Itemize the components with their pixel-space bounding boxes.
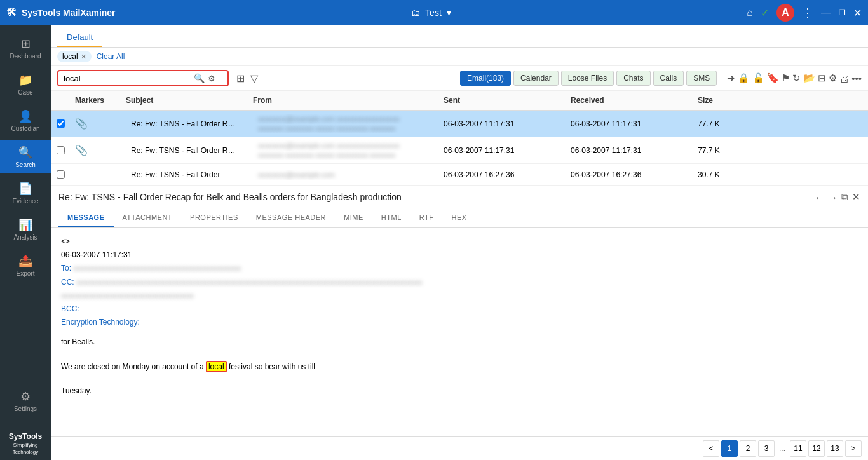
tab-default[interactable]: Default [57, 29, 102, 47]
row-sent: 06-03-2007 16:27:36 [438, 169, 566, 180]
print-icon[interactable]: 🖨 [839, 73, 849, 84]
row-checkbox[interactable] [51, 169, 70, 180]
preview-tab-rtf[interactable]: RTF [410, 208, 443, 227]
preview-tab-mime[interactable]: MIME [335, 208, 372, 227]
sidebar-label-case: Case [18, 89, 32, 96]
page-button-13[interactable]: 13 [827, 440, 843, 457]
email-tab-chats[interactable]: Chats [616, 71, 650, 86]
email-preview: Re: Fw: TSNS - Fall Order Recap for Belk… [51, 186, 868, 460]
clear-all-button[interactable]: Clear All [97, 52, 125, 61]
preview-tab-hex[interactable]: HEX [442, 208, 475, 227]
sidebar: ⊞ Dashboard 📁 Case 👤 Custodian 🔍 Search … [0, 25, 51, 460]
sidebar-item-custodian[interactable]: 👤 Custodian [0, 104, 51, 137]
email-tab-calls[interactable]: Calls [653, 71, 684, 86]
forward-icon[interactable]: ➜ [727, 72, 735, 84]
sidebar-label-evidence: Evidence [12, 198, 38, 205]
cc-value: xxxxxxxxxxxxxxxxxxxxxxxxxxxxxxxxxxxxxxxx… [76, 278, 423, 286]
filter-bar: local ✕ Clear All [51, 48, 868, 66]
settings-icon: ⚙ [20, 389, 31, 403]
bookmark-icon[interactable]: 🔖 [767, 72, 779, 84]
page-button-11[interactable]: 11 [790, 440, 806, 457]
encryption-label: Encryption Technology: [61, 318, 140, 327]
preview-tab-message[interactable]: MESSAGE [58, 208, 114, 227]
email-tab-loosefiles[interactable]: Loose Files [561, 71, 614, 86]
more-menu-icon[interactable]: ⋮ [802, 6, 813, 20]
sidebar-item-case[interactable]: 📁 Case [0, 68, 51, 101]
maximize-icon[interactable]: ❐ [839, 8, 846, 17]
filter-chip-local[interactable]: local ✕ [57, 51, 92, 62]
email-tab-sms[interactable]: SMS [686, 71, 717, 86]
row-checkbox[interactable] [51, 145, 70, 156]
preview-tab-properties[interactable]: PROPERTIES [181, 208, 247, 227]
custodian-icon: 👤 [18, 109, 32, 123]
preview-tab-message-header[interactable]: MESSAGE HEADER [247, 208, 335, 227]
refresh-icon[interactable]: ↻ [792, 72, 801, 84]
filter-icon[interactable]: ▽ [249, 71, 259, 86]
sidebar-item-search[interactable]: 🔍 Search [0, 140, 51, 173]
sidebar-label-export: Export [17, 270, 35, 277]
row-received: 06-03-2007 11:17:31 [566, 145, 693, 156]
preview-back-icon[interactable]: ← [815, 192, 824, 203]
body-line-2: We are closed on Monday on account of a … [61, 361, 858, 373]
table-row[interactable]: Re: Fw: TSNS - Fall Order xxxxxxxx@examp… [51, 164, 868, 186]
row-checkbox[interactable] [51, 118, 70, 129]
sidebar-label-search: Search [15, 161, 36, 168]
search-input-wrapper[interactable]: 🔍 ⚙ [57, 70, 229, 86]
search-toolbar-icons: ⊞ ▽ [235, 71, 259, 86]
search-submit-icon[interactable]: 🔍 [194, 73, 205, 83]
preview-nav-icons: ← → ⧉ ✕ [815, 191, 860, 203]
preview-tab-attachment[interactable]: ATTACHMENT [114, 208, 182, 227]
search-settings-icon[interactable]: ⚙ [208, 74, 215, 83]
highlighted-word: local [206, 361, 227, 372]
pagination-prev-button[interactable]: < [703, 440, 719, 457]
col-from: From [248, 94, 438, 107]
sidebar-item-analysis[interactable]: 📊 Analysis [0, 213, 51, 246]
sidebar-label-dashboard: Dashboard [10, 53, 41, 60]
page-button-1[interactable]: 1 [721, 440, 738, 457]
minimize-icon[interactable]: — [821, 7, 831, 18]
page-button-3[interactable]: 3 [758, 440, 775, 457]
email-tab-calendar[interactable]: Calendar [513, 71, 559, 86]
preview-meta: <> 06-03-2007 11:17:31 To: xxxxxxxxxxxxx… [61, 236, 858, 328]
sidebar-item-export[interactable]: 📤 Export [0, 249, 51, 282]
page-button-2[interactable]: 2 [740, 440, 756, 457]
pagination-bar: < 1 2 3 ... 11 12 13 > [51, 436, 868, 460]
more-actions-icon[interactable]: ••• [851, 73, 862, 84]
case-indicator[interactable]: 🗂 Test ▾ [411, 8, 451, 18]
email-tabs: Email(183) Calendar Loose Files Chats Ca… [460, 71, 717, 86]
avatar[interactable]: A [776, 4, 794, 22]
search-input[interactable] [64, 74, 191, 83]
lock-icon[interactable]: 🔒 [738, 72, 750, 84]
to-value: xxxxxxxxxxxxxxxxxxxxxxxxxxxxxxxxxxxxxxxx… [73, 264, 241, 272]
col-sent: Sent [438, 94, 566, 107]
case-dropdown-icon[interactable]: ▾ [447, 8, 451, 18]
row-sent: 06-03-2007 11:17:31 [438, 145, 566, 156]
view-toggle-icon[interactable]: ⊞ [235, 71, 246, 86]
preview-body: <> 06-03-2007 11:17:31 To: xxxxxxxxxxxxx… [51, 228, 868, 436]
dashboard-icon: ⊞ [21, 37, 31, 51]
main-container: ⊞ Dashboard 📁 Case 👤 Custodian 🔍 Search … [0, 25, 868, 460]
meta-date: 06-03-2007 11:17:31 [61, 249, 858, 261]
preview-expand-icon[interactable]: ⧉ [841, 191, 848, 203]
folder-icon[interactable]: 📂 [803, 72, 815, 84]
email-tab-email[interactable]: Email(183) [460, 71, 511, 86]
gear-action-icon[interactable]: ⚙ [829, 72, 837, 84]
preview-tab-html[interactable]: HTML [372, 208, 410, 227]
table-row[interactable]: 📎 Re: Fw: TSNS - Fall Order Reca.. xxxxx… [51, 137, 868, 164]
chip-remove-icon[interactable]: ✕ [81, 53, 86, 61]
sidebar-item-dashboard[interactable]: ⊞ Dashboard [0, 32, 51, 65]
close-icon[interactable]: ✕ [853, 7, 862, 19]
sidebar-item-settings[interactable]: ⚙ Settings [0, 384, 51, 417]
sidebar-item-evidence[interactable]: 📄 Evidence [0, 177, 51, 210]
table-row[interactable]: 📎 Re: Fw: TSNS - Fall Order Reca.. xxxxx… [51, 111, 868, 137]
preview-close-icon[interactable]: ✕ [852, 191, 860, 203]
preview-forward-icon[interactable]: → [828, 192, 837, 203]
unlock-icon[interactable]: 🔓 [752, 72, 764, 84]
bcc-label: BCC: [61, 304, 79, 313]
email-list-header: Markers Subject From Sent Received Size [51, 91, 868, 111]
home-icon[interactable]: ⌂ [747, 7, 753, 18]
column-icon[interactable]: ⊟ [818, 72, 826, 84]
page-button-12[interactable]: 12 [808, 440, 825, 457]
pagination-next-button[interactable]: > [845, 440, 862, 457]
flag-icon[interactable]: ⚑ [782, 72, 790, 84]
